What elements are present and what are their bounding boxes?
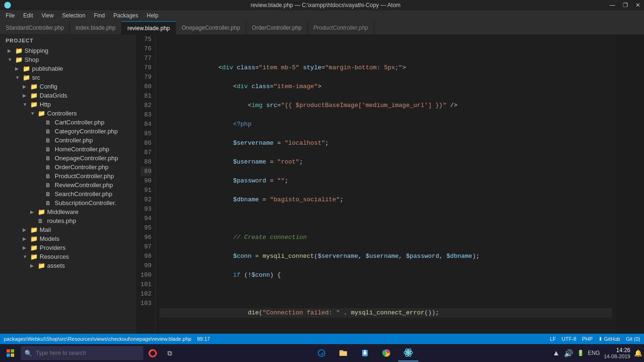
menu-edit[interactable]: Edit <box>19 11 37 20</box>
menu-file[interactable]: File <box>2 11 18 20</box>
title-bar: review.blade.php — C:\xampp\htdocs\vayat… <box>0 0 644 10</box>
line-numbers: 75 76 77 78 79 80 81 82 83 84 85 86 87 8… <box>137 35 156 334</box>
search-icon: 🔍 <box>25 350 32 357</box>
sidebar-item-ordercontroller[interactable]: ▶ 🗎 OrderController.php <box>0 163 136 172</box>
security-button[interactable] <box>355 345 375 362</box>
sidebar-item-reviewcontroller[interactable]: ▶ 🗎 ReviewController.php <box>0 181 136 189</box>
notification-icon[interactable]: 🔔 <box>634 349 642 357</box>
taskbar-right: ▲ 🔊 🔋 ENG 14:26 14-08-2019 🔔 <box>553 347 642 359</box>
sidebar-item-resources[interactable]: ▼ 📁 Resources <box>0 252 136 261</box>
taskbar-center <box>177 345 553 362</box>
search-wrapper: 🔍 <box>21 346 143 360</box>
sidebar-item-middleware[interactable]: ▶ 📁 Middleware <box>0 207 136 216</box>
svg-rect-3 <box>11 354 14 357</box>
sidebar-item-src[interactable]: ▼ 📁 src <box>0 73 136 82</box>
atom-icon <box>404 348 413 357</box>
clock[interactable]: 14:26 14-08-2019 <box>604 347 630 359</box>
taskbar: 🔍 ⭕ ⧉ <box>0 344 644 362</box>
chrome-button[interactable] <box>376 345 397 362</box>
file-explorer-button[interactable] <box>333 345 354 362</box>
menu-packages[interactable]: Packages <box>110 11 142 20</box>
sidebar-item-config[interactable]: ▶ 📁 Config <box>0 82 136 91</box>
language-indicator[interactable]: ENG <box>588 350 600 356</box>
sidebar: Project ▶ 📁 Shipping ▼ 📁 Shop ▶ 📁 publis… <box>0 35 137 334</box>
title-text: review.blade.php — C:\xampp\htdocs\vayat… <box>41 2 610 8</box>
start-button[interactable] <box>2 345 19 362</box>
windows-icon <box>7 349 14 357</box>
sidebar-item-mail[interactable]: ▶ 📁 Mail <box>0 225 136 234</box>
status-position: 89:17 <box>197 336 210 342</box>
tab-ordercontroller[interactable]: OrderController.php <box>246 21 307 34</box>
tab-bar: StandardController.php index.blade.php r… <box>0 21 644 35</box>
status-github[interactable]: ⬇ GitHub <box>598 336 620 342</box>
tab-index-blade[interactable]: index.blade.php <box>70 21 122 34</box>
security-icon <box>360 348 370 358</box>
menu-help[interactable]: Help <box>143 11 162 20</box>
sidebar-item-datagrids[interactable]: ▶ 📁 DataGrids <box>0 91 136 100</box>
sidebar-item-routes[interactable]: ▶ 🗎 routes.php <box>0 216 136 225</box>
code-area[interactable]: <div class="item mb-5" style="margin-bot… <box>156 35 616 334</box>
sidebar-item-categorycontroller[interactable]: ▶ 🗎 CategoryController.php <box>0 127 136 136</box>
menu-view[interactable]: View <box>38 11 58 20</box>
sidebar-item-subscriptioncontroller[interactable]: ▶ 🗎 SubscriptionController. <box>0 198 136 207</box>
svg-rect-2 <box>7 354 10 357</box>
menu-bar: File Edit View Selection Find Packages H… <box>0 10 644 21</box>
taskbar-search[interactable] <box>21 346 143 360</box>
sidebar-item-controllers[interactable]: ▼ 📁 Controllers <box>0 109 136 118</box>
sidebar-item-productcontroller[interactable]: ▶ 🗎 ProductController.php <box>0 172 136 181</box>
svg-rect-0 <box>7 349 10 353</box>
status-encoding[interactable]: UTF-8 <box>561 336 576 342</box>
tab-standardcontroller[interactable]: StandardController.php <box>0 21 70 34</box>
minimize-button[interactable]: — <box>610 2 615 8</box>
sidebar-item-models[interactable]: ▶ 📁 Models <box>0 234 136 243</box>
status-git[interactable]: Git (0) <box>626 336 640 342</box>
close-button[interactable]: ✕ <box>636 2 640 8</box>
svg-rect-5 <box>363 352 366 354</box>
tab-productcontroller[interactable]: ProductController.php <box>308 21 374 34</box>
minimap <box>616 35 644 334</box>
sidebar-item-assets[interactable]: ▶ 📁 assets <box>0 261 136 270</box>
maximize-button[interactable]: ❐ <box>623 2 628 8</box>
tab-review-blade[interactable]: review.blade.php <box>122 21 176 34</box>
status-language[interactable]: PHP <box>582 336 593 342</box>
svg-point-9 <box>407 351 410 354</box>
chrome-icon <box>382 348 391 358</box>
sidebar-header: Project <box>0 35 136 46</box>
editor[interactable]: 75 76 77 78 79 80 81 82 83 84 85 86 87 8… <box>137 35 616 334</box>
sidebar-item-cartcontroller[interactable]: ▶ 🗎 CartController.php <box>0 118 136 127</box>
sidebar-item-searchcontroller[interactable]: ▶ 🗎 SearchController.php <box>0 189 136 198</box>
app-icon <box>4 1 11 9</box>
edge-icon <box>317 348 326 358</box>
status-filepath: packages\Webkul\Shop\src\Resources\views… <box>4 336 191 342</box>
menu-selection[interactable]: Selection <box>58 11 89 20</box>
cortana-button[interactable]: ⭕ <box>145 345 160 362</box>
sidebar-item-shipping[interactable]: ▶ 📁 Shipping <box>0 46 136 55</box>
atom-taskbar-button[interactable] <box>398 345 419 362</box>
status-bar: packages\Webkul\Shop\src\Resources\views… <box>0 334 644 344</box>
network-icon[interactable]: ▲ <box>553 349 560 357</box>
svg-point-6 <box>364 350 366 352</box>
edge-button[interactable] <box>311 345 332 362</box>
task-view-button[interactable]: ⧉ <box>162 345 177 362</box>
file-explorer-icon <box>339 348 348 358</box>
volume-icon[interactable]: 🔊 <box>564 349 573 358</box>
sidebar-item-publishable[interactable]: ▶ 📁 publishable <box>0 64 136 73</box>
sidebar-item-providers[interactable]: ▶ 📁 Providers <box>0 243 136 252</box>
sidebar-item-controller[interactable]: ▶ 🗎 Controller.php <box>0 136 136 145</box>
status-lf[interactable]: LF <box>550 336 556 342</box>
main-area: Project ▶ 📁 Shipping ▼ 📁 Shop ▶ 📁 publis… <box>0 35 644 334</box>
menu-find[interactable]: Find <box>90 11 108 20</box>
sidebar-item-homecontroller[interactable]: ▶ 🗎 HomeController.php <box>0 145 136 154</box>
sidebar-item-shop[interactable]: ▼ 📁 Shop <box>0 55 136 64</box>
sidebar-item-onepagecontroller[interactable]: ▶ 🗎 OnepageController.php <box>0 154 136 163</box>
tab-onepagecontroller[interactable]: OnepageController.php <box>176 21 246 34</box>
battery-icon[interactable]: 🔋 <box>577 350 584 356</box>
svg-rect-1 <box>11 349 14 353</box>
sidebar-item-http[interactable]: ▼ 📁 Http <box>0 100 136 109</box>
